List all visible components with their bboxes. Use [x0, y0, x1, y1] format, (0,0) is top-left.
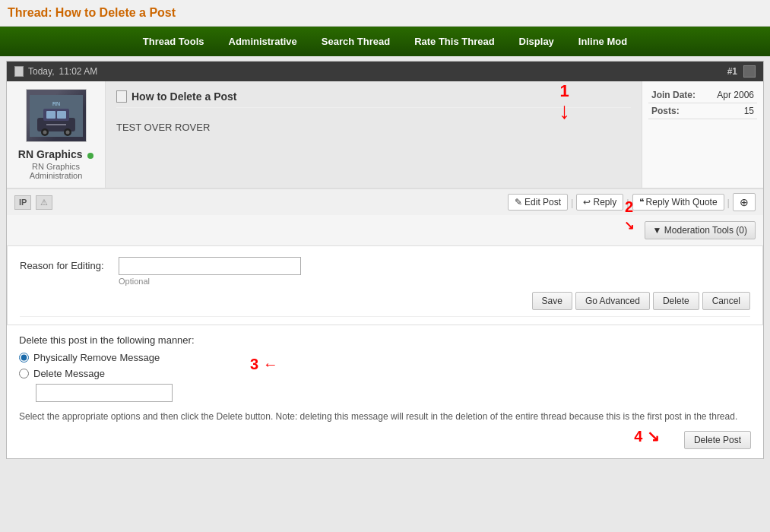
posts-label: Posts:	[651, 106, 680, 116]
join-date-row: Join Date: Apr 2006	[648, 87, 757, 103]
action-left-group: IP ⚠	[14, 195, 52, 210]
reason-input-area: Optional	[119, 257, 301, 286]
join-date-label: Join Date:	[651, 90, 696, 100]
post-title: How to Delete a Post	[132, 90, 236, 103]
delete-note: Select the appropriate options and then …	[19, 410, 751, 423]
annotation-4: 4 ↘	[634, 427, 660, 445]
physically-remove-radio[interactable]	[19, 353, 29, 363]
post-number: #1	[727, 66, 737, 77]
reason-label: Reason for Editing:	[20, 257, 119, 271]
moderation-tools-button[interactable]: ▼ Moderation Tools (0)	[645, 221, 756, 239]
user-panel: RN RN Graphics RN Graphics Administratio…	[7, 81, 106, 188]
post-checkbox-icon[interactable]	[743, 65, 756, 78]
user-info-right: Join Date: Apr 2006 Posts: 15	[642, 81, 763, 188]
post-icon	[116, 90, 127, 103]
physically-remove-option: Physically Remove Message	[19, 352, 751, 363]
post-action-bar: IP ⚠ ✎ Edit Post | ↩ Reply | ❝	[7, 188, 763, 215]
delete-button[interactable]: Delete	[653, 292, 699, 310]
nav-thread-tools[interactable]: Thread Tools	[131, 27, 217, 56]
delete-post-button[interactable]: Delete Post	[684, 431, 751, 449]
ip-badge[interactable]: IP	[14, 195, 31, 210]
nav-inline-mod[interactable]: Inline Mod	[566, 27, 639, 56]
nav-rate-thread[interactable]: Rate This Thread	[402, 27, 506, 56]
nav-display[interactable]: Display	[507, 27, 566, 56]
action-sep-3: |	[727, 197, 730, 208]
post-title-line: How to Delete a Post	[116, 90, 631, 108]
reason-input[interactable]	[119, 257, 301, 275]
svg-rect-9	[46, 124, 66, 125]
warn-badge[interactable]: ⚠	[36, 195, 52, 210]
annotation-1: 1 ↓	[559, 83, 570, 122]
reason-for-editing-row: Reason for Editing: Optional	[20, 257, 750, 286]
delete-message-label[interactable]: Delete Message	[33, 368, 105, 379]
post-body: TEST OVER ROVER	[116, 114, 631, 144]
reply-icon: ↩	[583, 197, 591, 207]
posts-row: Posts: 15	[648, 103, 757, 119]
title-prefix: Thread:	[8, 6, 52, 19]
nav-bar: Thread Tools Administrative Search Threa…	[0, 27, 770, 56]
multi-quote-button[interactable]: ⊕	[733, 193, 756, 211]
save-button[interactable]: Save	[532, 292, 572, 310]
post-inner: RN RN Graphics RN Graphics Administratio…	[7, 81, 763, 188]
delete-reason-input[interactable]	[36, 384, 173, 402]
user-name: RN Graphics	[14, 148, 97, 160]
delete-message-radio[interactable]	[19, 369, 29, 378]
post-doc-icon	[14, 66, 24, 77]
cancel-button[interactable]: Cancel	[702, 292, 750, 310]
post-content-area: How to Delete a Post TEST OVER ROVER 1 ↓	[106, 81, 642, 188]
edit-icon: ✎	[515, 197, 522, 207]
quote-icon: ❝	[639, 197, 644, 207]
user-role-title: RN Graphics Administration	[14, 162, 97, 180]
physically-remove-label[interactable]: Physically Remove Message	[33, 352, 160, 363]
avatar-image: RN	[30, 95, 83, 137]
svg-rect-3	[46, 111, 55, 119]
delete-manner-label: Delete this post in the following manner…	[19, 334, 751, 346]
post-date: Today,	[28, 66, 54, 77]
posts-value: 15	[744, 106, 754, 116]
annotation-2: 2↘	[624, 198, 634, 233]
svg-rect-4	[57, 111, 66, 119]
post-time: 11:02 AM	[59, 66, 97, 77]
go-advanced-button[interactable]: Go Advanced	[575, 292, 650, 310]
optional-hint: Optional	[119, 277, 301, 286]
mod-tools-area: 2↘ ▼ Moderation Tools (0)	[7, 215, 763, 246]
user-avatar: RN	[26, 89, 87, 142]
reply-button[interactable]: ↩ Reply	[576, 194, 623, 211]
svg-point-6	[43, 130, 46, 134]
nav-search-thread[interactable]: Search Thread	[309, 27, 402, 56]
page-title-bar: Thread: How to Delete a Post	[0, 0, 770, 27]
annotation-3: 3 ←	[250, 356, 278, 373]
edit-post-button[interactable]: ✎ Edit Post	[508, 194, 568, 211]
nav-administrative[interactable]: Administrative	[217, 27, 309, 56]
post-meta-bar: Today, 11:02 AM #1	[7, 62, 763, 81]
delete-message-option: Delete Message	[19, 368, 751, 379]
join-date-value: Apr 2006	[717, 90, 754, 100]
reply-with-quote-button[interactable]: ❝ Reply With Quote	[632, 194, 724, 211]
online-indicator	[87, 153, 93, 159]
svg-point-8	[65, 130, 69, 134]
action-sep-1: |	[571, 197, 573, 208]
delete-section: 3 ← Delete this post in the following ma…	[7, 325, 763, 458]
edit-section: Reason for Editing: Optional Save Go Adv…	[7, 246, 763, 325]
svg-text:RN: RN	[52, 101, 59, 106]
edit-form-buttons: Save Go Advanced Delete Cancel	[20, 292, 750, 317]
thread-title: How to Delete a Post	[55, 6, 176, 19]
